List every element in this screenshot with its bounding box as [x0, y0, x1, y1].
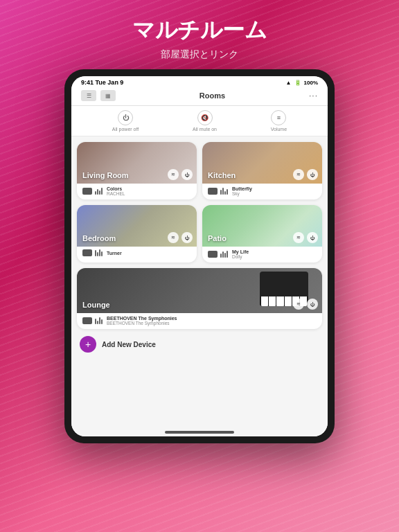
battery-icon: 🔋	[294, 80, 301, 86]
room-card-bedroom[interactable]: Bedroom ≋ ⏻	[77, 205, 197, 263]
room-image-living: Living Room ≋ ⏻	[77, 142, 197, 184]
status-bar: 9:41 Tue Jan 9 ▲ 🔋 100%	[71, 76, 328, 87]
song-info-kitchen: Butterfly Sky	[232, 186, 252, 196]
room-info-bedroom: Turner	[77, 247, 197, 260]
room-info-living: Colors RACHEL	[77, 184, 197, 200]
all-power-control[interactable]: ⏻ All power off	[112, 110, 139, 132]
song-info-living: Colors RACHEL	[107, 186, 125, 196]
status-right: ▲ 🔋 100%	[286, 80, 318, 86]
page-title: マルチルーム	[0, 0, 399, 46]
room-eq-btn-kitchen[interactable]: ≋	[293, 169, 304, 180]
room-controls-patio: ≋ ⏻	[293, 232, 318, 243]
room-info-kitchen: Butterfly Sky	[202, 184, 322, 200]
toolbar-left: ☰ ▦	[81, 90, 116, 101]
room-power-btn-patio[interactable]: ⏻	[307, 232, 318, 243]
speaker-icon-kitchen	[208, 188, 218, 195]
room-eq-btn-lounge[interactable]: ≋	[293, 299, 304, 310]
room-controls-lounge: ≋ ⏻	[293, 299, 318, 310]
room-name-bedroom: Bedroom	[82, 234, 116, 242]
control-bar: ⏻ All power off 🔇 All mute on ≡ Volume	[71, 106, 328, 136]
grid-icon[interactable]: ▦	[100, 90, 116, 101]
status-time: 9:41 Tue Jan 9	[81, 79, 123, 86]
all-mute-control[interactable]: 🔇 All mute on	[193, 110, 217, 132]
song-title-living: Colors	[107, 186, 125, 191]
room-power-btn-lounge[interactable]: ⏻	[307, 299, 318, 310]
add-device-icon: +	[80, 336, 96, 353]
room-name-kitchen: Kitchen	[208, 171, 236, 179]
menu-icon[interactable]: ☰	[81, 90, 96, 101]
room-eq-btn-bedroom[interactable]: ≋	[168, 232, 179, 243]
mute-icon: 🔇	[197, 110, 213, 125]
bars-kitchen	[220, 188, 228, 195]
toolbar: ☰ ▦ Rooms ···	[71, 87, 328, 106]
room-power-btn-bedroom[interactable]: ⏻	[181, 232, 193, 243]
room-eq-btn-living[interactable]: ≋	[168, 169, 179, 180]
room-image-bedroom: Bedroom ≋ ⏻	[77, 205, 197, 247]
bars-living	[95, 188, 103, 195]
room-power-btn-living[interactable]: ⏻	[181, 169, 193, 180]
room-controls-kitchen: ≋ ⏻	[293, 169, 318, 180]
song-artist-living: RACHEL	[107, 191, 125, 196]
room-info-lounge: BEETHOVEN The Symphonies BEETHOVEN The S…	[77, 313, 322, 329]
mute-label: All mute on	[193, 127, 217, 132]
volume-icon: ≡	[271, 110, 286, 125]
bars-lounge	[95, 317, 103, 324]
song-info-patio: My Life Dolly	[232, 249, 249, 259]
room-card-kitchen[interactable]: Kitchen ≋ ⏻	[202, 142, 322, 200]
room-controls-bedroom: ≋ ⏻	[168, 232, 193, 243]
room-image-kitchen: Kitchen ≋ ⏻	[202, 142, 322, 184]
song-info-bedroom: Turner	[107, 251, 122, 256]
room-card-living-room[interactable]: Living Room ≋ ⏻	[77, 142, 197, 200]
volume-control[interactable]: ≡ Volume	[271, 110, 287, 132]
rooms-container[interactable]: Living Room ≋ ⏻	[71, 136, 328, 436]
room-power-btn-kitchen[interactable]: ⏻	[307, 169, 318, 180]
song-title-patio: My Life	[232, 249, 249, 254]
room-image-lounge: Lounge ≋ ⏻	[77, 268, 322, 313]
speaker-icon-living	[82, 188, 92, 195]
room-name-lounge: Lounge	[82, 301, 110, 309]
song-title-lounge: BEETHOVEN The Symphonies	[107, 316, 177, 321]
song-title-bedroom: Turner	[107, 251, 122, 256]
power-icon: ⏻	[118, 110, 133, 125]
song-info-lounge: BEETHOVEN The Symphonies BEETHOVEN The S…	[107, 316, 177, 326]
song-artist-patio: Dolly	[232, 254, 249, 259]
room-info-patio: My Life Dolly	[202, 247, 322, 263]
room-image-patio: Patio ≋ ⏻	[202, 205, 322, 247]
ipad-frame: 9:41 Tue Jan 9 ▲ 🔋 100% ☰ ▦ Rooms ··· ⏻ …	[64, 69, 335, 443]
room-eq-btn-patio[interactable]: ≋	[293, 232, 304, 243]
bars-patio	[220, 251, 228, 258]
add-device-label: Add New Device	[102, 341, 156, 348]
power-label: All power off	[112, 127, 139, 132]
bars-bedroom	[95, 249, 103, 256]
home-indicator	[165, 431, 234, 434]
room-controls-living: ≋ ⏻	[168, 169, 193, 180]
toolbar-title: Rooms	[200, 91, 225, 100]
room-name-patio: Patio	[208, 234, 227, 242]
wifi-icon: ▲	[286, 80, 292, 86]
speaker-icon-patio	[208, 251, 218, 258]
page-subtitle: 部屋選択とリンク	[0, 48, 399, 61]
speaker-icon-lounge	[82, 317, 92, 324]
rooms-grid: Living Room ≋ ⏻	[77, 142, 322, 329]
room-name-living: Living Room	[82, 171, 129, 179]
room-card-lounge[interactable]: Lounge ≋ ⏻	[77, 268, 322, 329]
add-device-row[interactable]: + Add New Device	[77, 330, 322, 358]
song-title-kitchen: Butterfly	[232, 186, 252, 191]
speaker-icon-bedroom	[82, 249, 92, 256]
toolbar-more[interactable]: ···	[309, 91, 318, 100]
ipad-screen: 9:41 Tue Jan 9 ▲ 🔋 100% ☰ ▦ Rooms ··· ⏻ …	[71, 76, 328, 436]
room-card-patio[interactable]: Patio ≋ ⏻	[202, 205, 322, 263]
song-artist-kitchen: Sky	[232, 191, 252, 196]
volume-label: Volume	[271, 127, 287, 132]
song-artist-lounge: BEETHOVEN The Symphonies	[107, 321, 177, 326]
